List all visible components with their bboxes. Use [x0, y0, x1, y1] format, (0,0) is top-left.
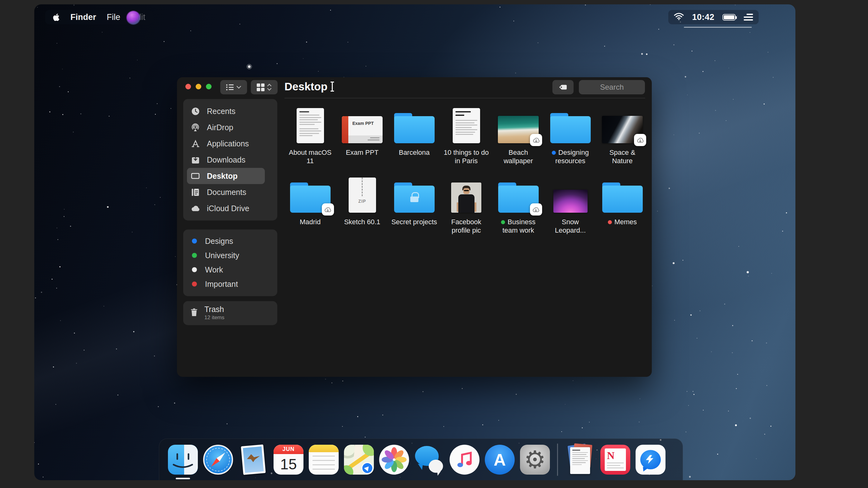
control-center-icon[interactable]	[744, 14, 753, 21]
zoom-button[interactable]	[206, 84, 212, 89]
cloud-download-badge	[634, 134, 646, 146]
trash-label: Trash	[205, 305, 224, 314]
airdrop-icon	[191, 123, 200, 132]
header-divider	[284, 98, 645, 98]
tag-dot-red	[192, 282, 197, 287]
dock-notes-icon[interactable]	[309, 445, 339, 475]
menu-file[interactable]: File	[107, 12, 121, 22]
desktop-icon	[191, 172, 200, 180]
tag-dot-blue	[192, 238, 197, 243]
sidebar-favorites: Recents AirDrop Applications Downloads D…	[183, 99, 277, 221]
photo-thumbnail-person	[451, 183, 482, 213]
sidebar-item-downloads[interactable]: Downloads	[183, 152, 277, 168]
dock-maps-icon[interactable]	[344, 445, 374, 475]
tag-dot-green	[192, 253, 197, 258]
file-about-macos-11[interactable]: About macOS 11	[284, 107, 336, 176]
menu-app-name[interactable]: Finder	[70, 12, 96, 22]
folder-barcelona[interactable]: Barcelona	[388, 107, 440, 176]
document-file-icon	[297, 108, 324, 143]
grid-view-icon	[257, 84, 264, 91]
folder-secret-projects[interactable]: Secret projects	[388, 176, 440, 246]
sidebar-item-icloud[interactable]: iCloud Drive	[183, 200, 277, 217]
i-beam-cursor	[332, 82, 333, 92]
image-thumbnail-aurora	[553, 190, 588, 213]
dock-news-icon[interactable]: N	[600, 445, 630, 475]
view-grid-button[interactable]	[251, 80, 278, 94]
file-10-things-paris[interactable]: 10 things to do in Paris	[440, 107, 492, 176]
status-underline	[684, 27, 752, 28]
search-input[interactable]	[579, 80, 645, 94]
list-view-icon	[226, 84, 234, 90]
dock-documents-stack[interactable]	[565, 445, 595, 475]
cloud-download-badge	[530, 203, 542, 216]
battery-icon[interactable]	[722, 14, 736, 21]
sidebar-tag-university[interactable]: University	[183, 248, 277, 263]
sidebar-item-applications[interactable]: Applications	[183, 135, 277, 152]
chevron-down-icon	[237, 86, 241, 89]
dock-separator	[557, 444, 558, 476]
menu-bar: Finder File Edit 10:42	[34, 4, 796, 26]
finder-window: Desktop Recents AirDrop	[177, 77, 652, 377]
file-tag-dot-green	[501, 220, 505, 224]
lock-icon	[410, 195, 418, 202]
wifi-icon[interactable]	[674, 13, 684, 22]
sidebar-item-airdrop[interactable]: AirDrop	[183, 119, 277, 135]
cloud-icon	[191, 205, 200, 212]
download-icon	[191, 156, 200, 164]
folder-designing-resources[interactable]: Designing resources	[544, 107, 596, 176]
tag-icon	[559, 85, 567, 90]
file-facebook-profile-pic[interactable]: Facebook profile pic	[440, 176, 492, 246]
close-button[interactable]	[185, 84, 191, 89]
dock-messenger-icon[interactable]	[636, 445, 665, 475]
folder-icon	[394, 113, 435, 143]
folder-icon	[602, 183, 643, 213]
file-sketch-zip[interactable]: ZIP Sketch 60.1	[336, 176, 388, 246]
sidebar-tag-designs[interactable]: Designs	[183, 234, 277, 248]
sidebar-item-documents[interactable]: Documents	[183, 184, 277, 200]
chevron-up-down-icon	[267, 84, 272, 91]
traffic-lights	[185, 84, 212, 89]
dock-music-icon[interactable]	[450, 445, 479, 475]
view-list-button[interactable]	[220, 80, 247, 94]
file-space-and-nature[interactable]: Space & Nature	[596, 107, 648, 176]
file-tag-dot-red	[608, 220, 612, 224]
sidebar-tags: Designs University Work Important	[183, 230, 277, 296]
dock-app-store-icon[interactable]: A	[485, 445, 515, 475]
status-cluster: 10:42	[668, 10, 758, 24]
sidebar-item-desktop[interactable]: Desktop	[187, 168, 265, 184]
dock-photos-icon[interactable]	[379, 445, 409, 475]
sidebar-trash[interactable]: Trash 12 items	[183, 301, 277, 325]
file-beach-wallpaper[interactable]: Beach wallpaper	[492, 107, 544, 176]
applications-icon	[191, 139, 200, 148]
dock-preview-icon[interactable]	[238, 445, 268, 475]
folder-madrid[interactable]: Madrid	[284, 176, 336, 246]
clock-time: 10:42	[692, 12, 714, 22]
sidebar-tag-important[interactable]: Important	[183, 277, 277, 291]
file-tag-dot-blue	[552, 151, 556, 155]
window-title: Desktop	[284, 80, 328, 93]
calendar-day: 15	[274, 454, 304, 475]
dock-finder-icon[interactable]	[168, 445, 198, 475]
dock: JUN 15	[159, 438, 683, 480]
desktop-wallpaper[interactable]: Finder File Edit 10:42	[34, 4, 796, 480]
dock-system-preferences-icon[interactable]: ⚙	[520, 445, 550, 475]
document-icon	[191, 188, 200, 196]
tag-button[interactable]	[552, 80, 574, 94]
file-snow-leopard[interactable]: Snow Leopard...	[544, 176, 596, 246]
clock-icon	[191, 107, 200, 116]
folder-memes[interactable]: Memes	[596, 176, 648, 246]
sidebar-item-recents[interactable]: Recents	[183, 103, 277, 119]
trash-icon	[191, 308, 197, 318]
minimize-button[interactable]	[196, 84, 201, 89]
folder-business-team-work[interactable]: Business team work	[492, 176, 544, 246]
cloud-download-badge	[322, 203, 334, 216]
locked-folder-icon	[394, 183, 435, 213]
sidebar-tag-work[interactable]: Work	[183, 263, 277, 277]
file-exam-ppt[interactable]: Exam PPT Exam PPT	[336, 107, 388, 176]
dock-messages-icon[interactable]	[414, 445, 444, 475]
cursor-orb	[126, 11, 140, 25]
calendar-month: JUN	[274, 445, 304, 454]
dock-calendar-icon[interactable]: JUN 15	[274, 445, 304, 475]
dock-safari-icon[interactable]	[203, 445, 233, 475]
apple-menu-icon[interactable]	[53, 13, 60, 22]
